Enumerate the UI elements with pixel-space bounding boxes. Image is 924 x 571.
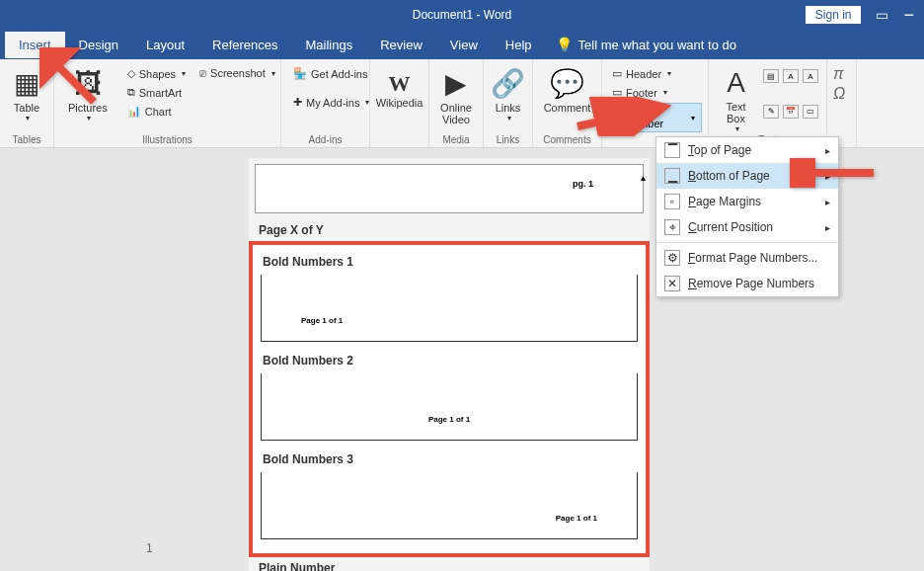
chevron-down-icon: ▾: [26, 114, 30, 122]
signature-button[interactable]: ✎: [763, 105, 779, 119]
link-icon: 🔗: [491, 67, 525, 100]
position-icon: ⌖: [664, 219, 680, 235]
tab-design[interactable]: Design: [65, 32, 132, 58]
footer-icon: ▭: [612, 86, 622, 99]
ribbon-display-icon[interactable]: ▭: [876, 7, 888, 23]
chart-icon: 📊: [127, 105, 141, 118]
scroll-up-icon[interactable]: ▴: [641, 172, 646, 183]
footer-button[interactable]: ▭ Footer ▾: [608, 84, 702, 101]
format-icon: ⚙: [664, 250, 680, 266]
chevron-right-icon: ▸: [825, 197, 830, 207]
video-icon: ▶: [445, 67, 467, 100]
smartart-button[interactable]: ⧉ SmartArt: [123, 84, 190, 101]
equation-button[interactable]: π: [833, 65, 850, 83]
screenshot-button[interactable]: ⎚ Screenshot ▾: [195, 65, 279, 81]
text-box-button[interactable]: A Text Box ▾: [715, 63, 757, 137]
page-number-menu: ▔ Top of Page ▸ ▁ Bottom of Page ▸ ▫ Pag…: [655, 136, 839, 297]
page-number-display: 1: [146, 541, 153, 555]
remove-icon: ✕: [664, 276, 680, 291]
chevron-right-icon: ▸: [825, 222, 830, 233]
page-number-button[interactable]: # Page Number ▾: [608, 103, 702, 132]
menu-top-of-page[interactable]: ▔ Top of Page ▸: [656, 137, 838, 163]
chevron-down-icon: ▾: [87, 114, 91, 122]
comment-icon: 💬: [550, 67, 584, 100]
comment-button[interactable]: 💬 Comment: [539, 63, 595, 118]
menu-format-page-numbers[interactable]: ⚙ Format Page Numbers...: [656, 245, 838, 271]
quick-parts-button[interactable]: ▤: [763, 69, 779, 83]
shapes-button[interactable]: ◇ Shapes ▾: [123, 65, 190, 82]
group-header-footer: ▭ Header ▾ ▭ Footer ▾ # Page Number ▾: [602, 59, 709, 147]
chevron-down-icon: ▾: [365, 98, 369, 107]
minimize-icon[interactable]: −: [903, 5, 914, 26]
page-number-gallery: pg. 1 ▴ Page X of Y Bold Numbers 1 Page …: [249, 158, 650, 571]
chevron-down-icon: ▾: [271, 69, 275, 78]
header-icon: ▭: [612, 67, 622, 80]
tab-insert[interactable]: Insert: [5, 32, 65, 58]
margins-icon: ▫: [664, 194, 680, 209]
menu-bottom-of-page[interactable]: ▁ Bottom of Page ▸: [656, 163, 838, 189]
shapes-icon: ◇: [127, 67, 135, 80]
gallery-preview-pg[interactable]: pg. 1: [255, 164, 644, 213]
tab-view[interactable]: View: [436, 32, 492, 58]
drop-cap-button[interactable]: A: [803, 69, 818, 83]
wordart-button[interactable]: A: [783, 69, 799, 83]
group-symbols: π Ω: [827, 59, 857, 147]
pictures-button[interactable]: 🖼 Pictures ▾: [60, 63, 116, 126]
header-button[interactable]: ▭ Header ▾: [608, 65, 702, 82]
group-illustrations: 🖼 Pictures ▾ ◇ Shapes ▾ ⧉ SmartArt 📊 Cha…: [54, 59, 281, 147]
chart-button[interactable]: 📊 Chart: [123, 103, 190, 120]
text-box-icon: A: [727, 67, 745, 99]
tell-me-label: Tell me what you want to do: [578, 38, 736, 52]
annotation-red-box: Bold Numbers 1 Page 1 of 1 Bold Numbers …: [249, 241, 650, 557]
group-addins: 🏪 Get Add-ins ✚ My Add-ins ▾ Add-ins: [281, 59, 370, 147]
titlebar: Document1 - Word Sign in ▭ −: [0, 0, 924, 30]
chevron-right-icon: ▸: [825, 145, 830, 156]
tab-layout[interactable]: Layout: [132, 32, 198, 58]
chevron-down-icon: ▾: [691, 114, 695, 122]
menu-current-position[interactable]: ⌖ Current Position ▸: [656, 214, 838, 240]
bottom-page-icon: ▁: [664, 168, 680, 184]
wikipedia-button[interactable]: W Wikipedia: [376, 67, 423, 113]
table-button[interactable]: ▦ Table ▾: [6, 63, 47, 126]
gallery-section-label: Page X of Y: [249, 219, 650, 241]
symbol-button[interactable]: Ω: [833, 85, 850, 103]
smartart-icon: ⧉: [127, 86, 135, 99]
group-comments: 💬 Comment Comments: [533, 59, 602, 147]
gallery-item-bold3: Bold Numbers 3: [259, 449, 640, 472]
addins-icon: ✚: [293, 96, 302, 109]
table-icon: ▦: [14, 67, 39, 100]
links-button[interactable]: 🔗 Links ▾: [490, 63, 526, 126]
wikipedia-icon: W: [389, 71, 411, 97]
group-links: 🔗 Links ▾ Links: [484, 59, 533, 147]
gallery-preview-bold2[interactable]: Page 1 of 1: [261, 373, 638, 441]
bulb-icon: 💡: [556, 37, 573, 52]
tab-help[interactable]: Help: [492, 32, 546, 58]
chevron-down-icon: ▾: [182, 69, 186, 78]
group-tables: ▦ Table ▾ Tables: [0, 59, 54, 147]
gallery-preview-bold1[interactable]: Page 1 of 1: [261, 275, 638, 342]
tab-references[interactable]: References: [198, 32, 291, 58]
tell-me-search[interactable]: 💡 Tell me what you want to do: [556, 37, 736, 52]
chevron-down-icon: ▾: [507, 114, 511, 122]
my-addins-button[interactable]: ✚ My Add-ins ▾: [289, 94, 363, 111]
gallery-item-bold1: Bold Numbers 1: [259, 251, 640, 275]
group-media: ▶ Online Video Media: [429, 59, 484, 147]
gallery-preview-bold3[interactable]: Page 1 of 1: [261, 472, 638, 539]
signin-button[interactable]: Sign in: [806, 6, 862, 24]
chevron-down-icon: ▾: [663, 88, 667, 97]
group-text: A Text Box ▾ ▤ A A ✎ 📅 ▭ Text: [709, 59, 827, 147]
date-time-button[interactable]: 📅: [783, 105, 799, 119]
top-page-icon: ▔: [664, 142, 680, 158]
menu-remove-page-numbers[interactable]: ✕ Remove Page Numbers: [656, 271, 838, 296]
screenshot-icon: ⎚: [199, 67, 206, 79]
tab-review[interactable]: Review: [366, 32, 436, 58]
object-button[interactable]: ▭: [803, 105, 818, 119]
tab-mailings[interactable]: Mailings: [292, 32, 367, 58]
group-wikipedia: W Wikipedia: [370, 59, 429, 147]
get-addins-button[interactable]: 🏪 Get Add-ins: [289, 65, 363, 82]
chevron-right-icon: ▸: [825, 171, 830, 182]
online-video-button[interactable]: ▶ Online Video: [435, 63, 477, 129]
chevron-down-icon: ▾: [667, 69, 671, 78]
gallery-section-plain: Plain Number: [249, 557, 650, 571]
menu-page-margins[interactable]: ▫ Page Margins ▸: [656, 189, 838, 214]
